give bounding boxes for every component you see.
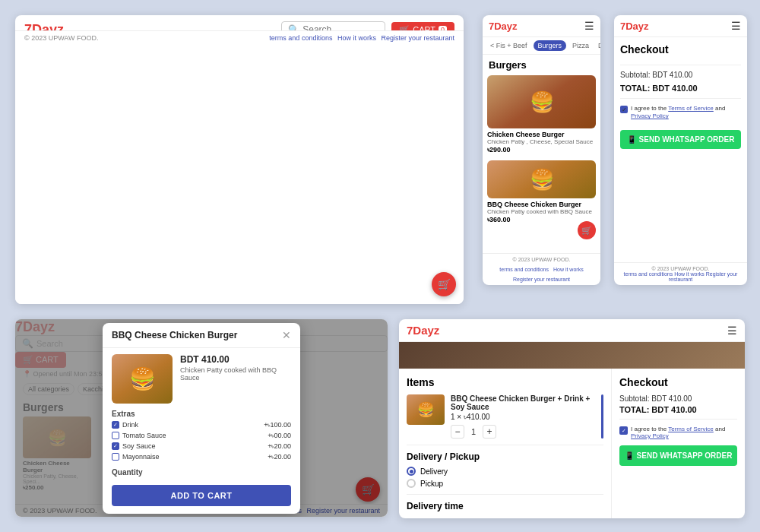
- mobile1-categories: < Fis + Beef Burgers Pizza Desserts: [483, 37, 600, 55]
- tos-row2: I agree to the Terms of Service and Priv…: [619, 426, 737, 439]
- modal-price: BDT 410.00: [180, 354, 291, 365]
- whatsapp-icon2: 📱: [625, 451, 634, 460]
- hamburger-icon[interactable]: ☰: [584, 20, 594, 32]
- checkout-side-total: TOTAL: BDT 410.00: [619, 405, 737, 414]
- mobile-cat-pizza[interactable]: Pizza: [569, 40, 592, 51]
- mobile-food-price-1: ৳290.00: [487, 146, 596, 154]
- checkout-hamburger-icon[interactable]: ☰: [731, 20, 741, 32]
- footer-links: terms and conditions How it works Regist…: [269, 34, 454, 42]
- mobile-footer-register[interactable]: Register your restaurant: [513, 277, 570, 282]
- radio-pickup[interactable]: Pickup: [407, 479, 603, 488]
- br-logo: 7Dayz: [407, 324, 439, 337]
- br-top-bar: 7Dayz ☰: [399, 319, 745, 342]
- panel-checkout-mobile: 7Dayz ☰ Checkout Subtotal: BDT 410.00 TO…: [614, 15, 747, 285]
- footer-copyright: © 2023 UPWAW FOOD.: [24, 34, 98, 42]
- cart-item-price: 1 × ৳410.00: [451, 413, 592, 422]
- modal-qty-label: Quantity: [112, 468, 291, 477]
- extra-name-2: Soy Sauce: [122, 442, 156, 450]
- modal-close-btn[interactable]: ✕: [282, 329, 291, 341]
- delivery-radio[interactable]: [407, 467, 416, 476]
- extra-price-2: +৳20.00: [268, 442, 291, 451]
- panel-main: 7Dayz 🔍 🛒 CART 0 This is test for food.u…: [15, 15, 464, 304]
- mobile-footer-terms[interactable]: terms and conditions: [499, 267, 549, 272]
- mobile-food-item-1[interactable]: 🍔 Chicken Cheese Burger Chicken Patty , …: [483, 72, 600, 157]
- mobile-food-desc-1: Chicken Patty , Cheese, Special Sauce: [487, 138, 596, 145]
- mobile1-top-bar: 7Dayz ☰: [483, 15, 600, 37]
- extra-name-3: Mayonnaise: [122, 453, 160, 461]
- tos-terms-link[interactable]: Terms of Service: [668, 105, 714, 112]
- checkout-title: Checkout: [614, 37, 747, 62]
- cart-item-info: BBQ Cheese Chicken Burger + Drink + Soy …: [451, 394, 592, 439]
- mobile-cat-desserts[interactable]: Desserts: [595, 40, 600, 51]
- extra-item-1: Tomato Sauce +৳00.00: [112, 432, 291, 440]
- modal-overlay[interactable]: BBQ Cheese Chicken Burger ✕ 🍔 BDT 410.00…: [15, 319, 388, 517]
- radio-delivery[interactable]: Delivery: [407, 467, 603, 476]
- add-to-cart-btn[interactable]: ADD TO CART: [112, 485, 291, 506]
- modal-body: 🍔 BDT 410.00 Chicken Patty cooked with B…: [103, 348, 300, 410]
- mobile-cat-back[interactable]: < Fis + Beef: [487, 40, 530, 51]
- checkout-footer-terms[interactable]: terms and conditions: [624, 271, 673, 277]
- delivery-time-title: Delivery time: [407, 494, 603, 511]
- item-divider: [601, 394, 603, 439]
- checkout-footer-how[interactable]: How it works: [674, 271, 705, 277]
- mobile-food-item-2[interactable]: 🍔 BBQ Cheese Chicken Burger Chicken Patt…: [483, 157, 600, 227]
- main-footer: © 2023 UPWAW FOOD. terms and conditions …: [15, 30, 464, 45]
- panel-mobile1: 7Dayz ☰ < Fis + Beef Burgers Pizza Desse…: [483, 15, 600, 285]
- whatsapp-icon: 📱: [627, 135, 636, 144]
- mobile-burger-img-1: 🍔: [487, 75, 596, 128]
- extra-name-1: Tomato Sauce: [122, 432, 166, 439]
- mobile-food-name-2: BBQ Cheese Chicken Burger: [487, 201, 596, 208]
- mobile-footer-how[interactable]: How it works: [553, 267, 584, 272]
- tos2-terms-link[interactable]: Terms of Service: [668, 426, 714, 432]
- add-to-cart-modal: BBQ Cheese Chicken Burger ✕ 🍔 BDT 410.00…: [103, 323, 300, 514]
- checkout-mobile-footer: © 2023 UPWAW FOOD. terms and conditions …: [614, 262, 747, 285]
- modal-extras: Extras Drink +৳100.00 Tomato Sauce +৳00.…: [103, 410, 300, 468]
- extra-item-0: Drink +৳100.00: [112, 421, 291, 429]
- pickup-label: Pickup: [420, 480, 443, 488]
- mobile-cat-burgers[interactable]: Burgers: [534, 40, 567, 51]
- extra-item-2: Soy Sauce +৳20.00: [112, 442, 291, 451]
- extra-checkbox-0[interactable]: [112, 421, 119, 429]
- mobile-food-desc-2: Chicken Patty cooked with BBQ Sauce: [487, 208, 596, 215]
- qty-value: 1: [467, 427, 480, 436]
- qty-plus-btn[interactable]: +: [483, 425, 496, 439]
- extra-checkbox-2[interactable]: [112, 442, 119, 450]
- tos-text: I agree to the Terms of Service and Priv…: [631, 105, 741, 121]
- tos-privacy-link[interactable]: Privacy Policy: [631, 112, 669, 119]
- whatsapp-btn2[interactable]: 📱 SEND WHATSAPP ORDER: [619, 445, 737, 466]
- mobile-food-name-1: Chicken Cheese Burger: [487, 131, 596, 138]
- tos2-privacy-link[interactable]: Privacy Policy: [631, 432, 669, 439]
- panel-bottom-right: 7Dayz ☰ Items 🍔 BBQ Cheese Chicken Burge…: [399, 319, 745, 518]
- extra-price-0: +৳100.00: [264, 421, 291, 429]
- delivery-section: Delivery / Pickup Delivery Pickup: [407, 445, 603, 488]
- cart-item-img: 🍔: [407, 394, 445, 425]
- modal-info: BDT 410.00 Chicken Patty cooked with BBQ…: [180, 354, 291, 404]
- mobile1-section-title: Burgers: [483, 55, 600, 72]
- delivery-label: Delivery: [420, 467, 448, 476]
- extra-checkbox-3[interactable]: [112, 453, 119, 461]
- panel-bottom-left: 7Dayz 🔍Search 🛒 CART 📍 Opened until Mon …: [15, 319, 388, 517]
- checkout-subtotal: Subtotal: BDT 410.00: [614, 68, 747, 81]
- qty-minus-btn[interactable]: −: [451, 425, 464, 439]
- modal-title: BBQ Cheese Chicken Burger: [112, 330, 237, 340]
- extra-item-3: Mayonnaise +৳20.00: [112, 453, 291, 461]
- extra-name-0: Drink: [122, 421, 138, 429]
- cart-float-btn[interactable]: 🛒: [432, 272, 456, 296]
- whatsapp-order-btn[interactable]: 📱 SEND WHATSAPP ORDER: [620, 130, 741, 149]
- cart-panel: Items 🍔 BBQ Cheese Chicken Burger + Drin…: [399, 369, 612, 518]
- br-hamburger-icon[interactable]: ☰: [727, 325, 737, 337]
- tos-checkbox2[interactable]: [619, 426, 628, 435]
- tos-checkbox[interactable]: ✓: [620, 106, 628, 113]
- mobile-footer-copyright: © 2023 UPWAW FOOD.: [513, 257, 571, 262]
- modal-food-img: 🍔: [112, 354, 173, 404]
- delivery-title: Delivery / Pickup: [407, 451, 603, 462]
- checkout-total: TOTAL: BDT 410.00: [614, 81, 747, 95]
- checkout-side: Checkout Subtotal: BDT 410.00 TOTAL: BDT…: [612, 369, 745, 518]
- extra-checkbox-1[interactable]: [112, 432, 119, 439]
- tos-row: ✓ I agree to the Terms of Service and Pr…: [614, 102, 747, 124]
- pickup-radio[interactable]: [407, 479, 416, 488]
- checkout-side-title: Checkout: [619, 376, 737, 388]
- mobile-cart-float[interactable]: 🛒: [578, 221, 596, 239]
- extra-price-1: +৳00.00: [268, 432, 291, 440]
- mobile-burger-img-2: 🍔: [487, 160, 596, 198]
